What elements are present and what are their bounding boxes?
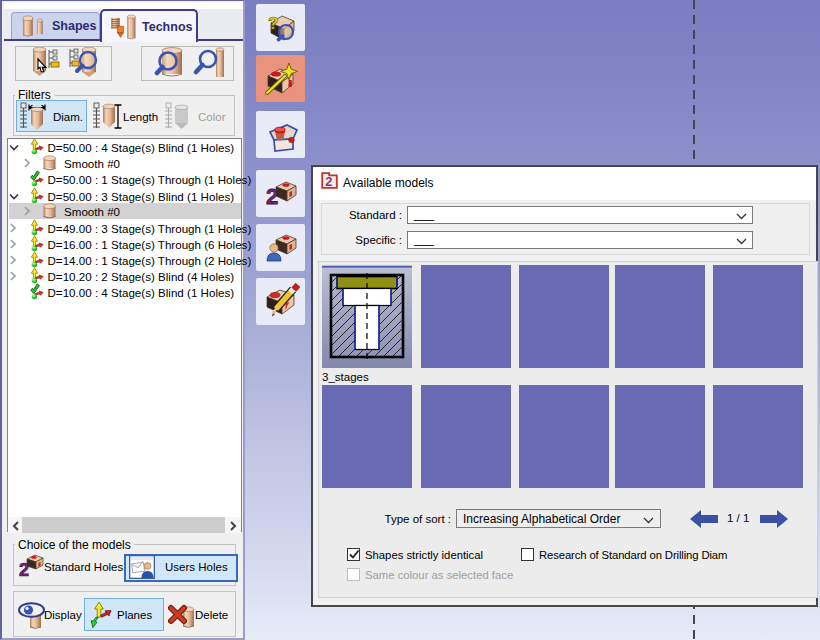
svg-text:?: ? (268, 14, 278, 33)
svg-text:2: 2 (19, 560, 29, 580)
svg-text:2: 2 (325, 174, 332, 189)
svg-text:2: 2 (266, 184, 278, 209)
